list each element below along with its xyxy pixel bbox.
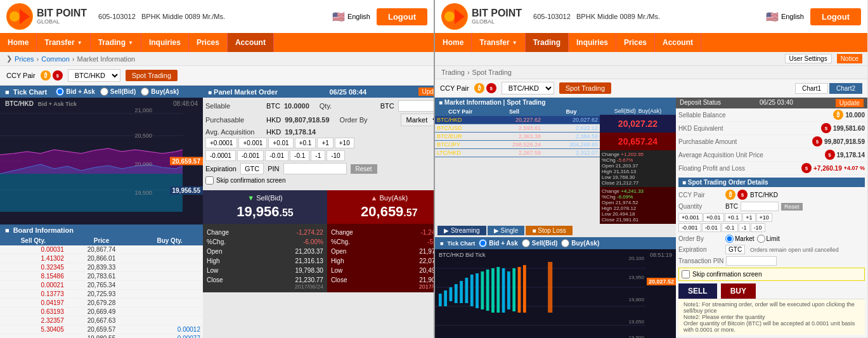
od-limit-radio[interactable]: Limit bbox=[757, 235, 780, 243]
qty-btn-neg-5[interactable]: -1 bbox=[311, 150, 325, 161]
qty-btn-neg-3[interactable]: -0.01 bbox=[265, 150, 288, 161]
pin-label: PIN bbox=[268, 165, 279, 172]
nav-transfer[interactable]: Transfer▼ bbox=[37, 33, 90, 52]
single-tab[interactable]: ▶ Single bbox=[488, 226, 525, 235]
user-settings-button[interactable]: User Settings bbox=[785, 54, 832, 63]
right-radio-buy[interactable]: Buy(Ask) bbox=[561, 239, 599, 247]
dep-row-hkd-equiv: HKD Equivalent $ 199,581.60 bbox=[676, 122, 867, 135]
board-buy-qty bbox=[136, 316, 203, 325]
pin-input[interactable] bbox=[283, 163, 347, 174]
qty-btn-pos-5[interactable]: +1 bbox=[317, 138, 333, 148]
buy-price: 20,659.57 bbox=[331, 204, 448, 220]
od-skip-checkbox[interactable] bbox=[682, 270, 690, 278]
right-nav-prices[interactable]: Prices bbox=[616, 33, 655, 52]
qty-btn-pos-6[interactable]: +10 bbox=[335, 138, 354, 148]
reset-button[interactable]: Reset bbox=[351, 164, 377, 174]
qty-btn-pos-1[interactable]: +0.0001 bbox=[205, 138, 237, 148]
logout-button[interactable]: Logout bbox=[377, 8, 427, 25]
streaming-tab[interactable]: ▶ Streaming bbox=[437, 226, 486, 235]
board-price: 19,980.55 bbox=[67, 334, 137, 339]
od-qty-pos-4[interactable]: +1 bbox=[742, 213, 755, 222]
expiry-label: Expiration bbox=[205, 165, 236, 172]
stop-loss-tab[interactable]: ■ Stop Loss bbox=[526, 226, 572, 235]
streaming-tabs: ▶ Streaming ▶ Single ■ Stop Loss bbox=[435, 224, 676, 237]
qty-buttons-pos: +0.0001 +0.001 +0.01 +0.1 +1 +10 bbox=[205, 138, 449, 148]
right-y5: 19,500 bbox=[629, 335, 644, 338]
right-header: BIT POINT GLOBAL 605-103012 BPHK Middle … bbox=[435, 0, 867, 33]
skip-checkbox[interactable] bbox=[205, 176, 214, 185]
buy-date: 2017/06/24 bbox=[331, 283, 448, 290]
qty-btn-neg-1[interactable]: -0.0001 bbox=[205, 150, 236, 161]
right-nav-inquiries[interactable]: Inquiries bbox=[569, 33, 616, 52]
radio-buy-ask[interactable]: Buy(Ask) bbox=[141, 88, 179, 96]
right-logout-button[interactable]: Logout bbox=[810, 8, 861, 25]
od-qty-neg-5[interactable]: -10 bbox=[751, 223, 765, 232]
left-header: BIT POINT GLOBAL 605-103012 BPHK Middle … bbox=[0, 0, 434, 33]
ccy-select[interactable]: BTC/HKD bbox=[68, 69, 120, 82]
left-tick-chart: BTC/HKD Bid + Ask Tick 08:48:04 20,659.5… bbox=[0, 98, 203, 224]
deposit-update-button[interactable]: Update bbox=[836, 99, 864, 107]
right-radio-bid-ask[interactable]: Bid + Ask bbox=[479, 239, 517, 247]
od-sell-button[interactable]: SELL bbox=[678, 283, 717, 299]
od-qty-pos-5[interactable]: +10 bbox=[756, 213, 772, 222]
od-qty-pos-2[interactable]: +0.01 bbox=[703, 213, 724, 222]
svg-rect-15 bbox=[444, 290, 447, 306]
sell-panel[interactable]: ▼ Sell(Bid) 19,956.55 bbox=[203, 190, 327, 224]
sell-change-label: Change bbox=[207, 229, 229, 236]
nav-trading[interactable]: Trading▼ bbox=[91, 33, 141, 52]
right-nav-account[interactable]: Account bbox=[655, 33, 701, 52]
breadcrumb-arrow: ❯ bbox=[6, 55, 12, 63]
chart-tab-2[interactable]: Chart2 bbox=[829, 83, 862, 94]
board-table: Sell Qty. Price Buy Qty. 0.0003120,867.7… bbox=[0, 236, 203, 338]
right-radio-sell[interactable]: Sell(Bid) bbox=[522, 239, 558, 247]
big-sell-price[interactable]: 20,027.22 bbox=[600, 115, 676, 133]
od-qty-neg-3[interactable]: -0.1 bbox=[722, 223, 738, 232]
od-qty-neg-4[interactable]: -1 bbox=[739, 223, 750, 232]
nav-prices[interactable]: Prices bbox=[189, 33, 228, 52]
od-buy-button[interactable]: BUY bbox=[721, 283, 756, 299]
board-sell-qty: 0.00031 bbox=[0, 245, 67, 254]
right-nav-trading[interactable]: Trading bbox=[526, 33, 569, 52]
nav-account[interactable]: Account bbox=[228, 33, 274, 52]
dep-row-sellable: Sellable Balance ₿ 10.000 bbox=[676, 108, 867, 122]
right-chart-svg bbox=[435, 249, 676, 338]
trade-panels: ▼ Sell(Bid) 19,956.55 ▲ Buy(Ask) 20,659.… bbox=[203, 190, 451, 224]
board-sell-qty: 8.15486 bbox=[0, 272, 67, 281]
right-spot-trading-tab[interactable]: Spot Trading bbox=[559, 82, 611, 94]
logo-icon bbox=[6, 3, 33, 30]
od-reset-button[interactable]: Reset bbox=[781, 203, 803, 211]
nav-home[interactable]: Home bbox=[0, 33, 37, 52]
right-nav-transfer[interactable]: Transfer▼ bbox=[472, 33, 525, 52]
big-buy-price[interactable]: 20,657.24 bbox=[600, 133, 676, 150]
radio-sell-bid[interactable]: Sell(Bid) bbox=[100, 88, 136, 96]
spot-trading-button[interactable]: Spot Trading bbox=[126, 70, 178, 81]
breadcrumb-common[interactable]: Common bbox=[41, 55, 70, 63]
od-pin-input[interactable] bbox=[726, 256, 777, 266]
breadcrumb-prices[interactable]: Prices bbox=[15, 55, 34, 63]
qty-btn-neg-6[interactable]: -10 bbox=[327, 150, 344, 161]
left-main-content: ■ Tick Chart Bid + Ask Sell(Bid) Buy(Ask… bbox=[0, 86, 434, 338]
svg-rect-17 bbox=[455, 284, 458, 303]
buy-change-info: Change +4,241.33 %Chg -6.09% Open 21,974… bbox=[600, 187, 676, 224]
right-y3: 19,800 bbox=[629, 297, 644, 302]
chart-tab-1[interactable]: Chart1 bbox=[795, 83, 828, 94]
qty-btn-pos-4[interactable]: +0.1 bbox=[295, 138, 316, 148]
right-nav-home[interactable]: Home bbox=[435, 33, 472, 52]
notice-button[interactable]: Notice bbox=[837, 54, 862, 63]
qty-btn-pos-2[interactable]: +0.001 bbox=[238, 138, 267, 148]
mi-row[interactable]: BTC/HKD20,227.6220,027.62 bbox=[435, 116, 600, 124]
od-qty-pos-1[interactable]: +0.001 bbox=[678, 213, 703, 222]
od-qty-neg-1[interactable]: -0.001 bbox=[678, 223, 701, 232]
nav-inquiries[interactable]: Inquiries bbox=[141, 33, 189, 52]
qty-btn-neg-2[interactable]: -0.001 bbox=[237, 150, 264, 161]
qty-btn-neg-4[interactable]: -0.1 bbox=[290, 150, 309, 161]
buy-panel[interactable]: ▲ Buy(Ask) 20,659.57 bbox=[327, 190, 451, 224]
radio-bid-ask[interactable]: Bid + Ask bbox=[56, 88, 94, 96]
od-qty-neg-2[interactable]: -0.01 bbox=[702, 223, 722, 232]
od-market-radio[interactable]: Market bbox=[725, 235, 755, 243]
right-ccy-select[interactable]: BTC/HKD bbox=[502, 82, 554, 94]
mi-pair: BTC/JPY bbox=[435, 141, 486, 149]
od-qty-pos-3[interactable]: +0.1 bbox=[725, 213, 742, 222]
od-qty-input[interactable] bbox=[741, 202, 779, 211]
qty-btn-pos-3[interactable]: +0.01 bbox=[268, 138, 293, 148]
